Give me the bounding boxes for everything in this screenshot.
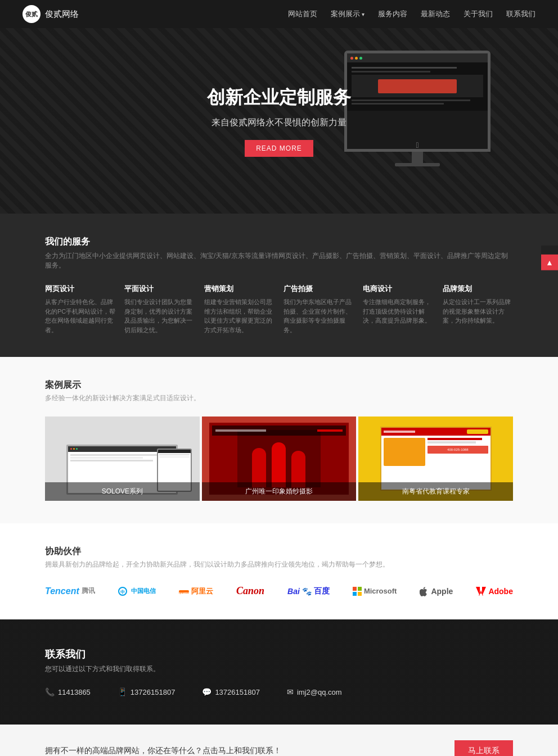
services-section: 我们的服务 全力为江门地区中小企业提供网页设计、网站建设、淘宝/天猫/京东等流量… (0, 214, 558, 357)
service-desc-design: 我们专业设计团队为您量身定制，优秀的设计方案及品质输出，为您解决一切后顾之忧。 (124, 297, 195, 334)
portfolio-item-2[interactable]: 广州唯一印象婚纱摄影 (202, 417, 357, 501)
service-item-marketing: 营销策划 组建专业营销策划公司思维方法和组织，帮助企业以更佳方式掌握更宽泛的方式… (204, 284, 274, 334)
partner-baidu: Bai 🐾 百度 (287, 586, 330, 596)
service-desc-marketing: 组建专业营销策划公司思维方法和组织，帮助企业以更佳方式掌握更宽泛的方式开拓市场。 (204, 297, 274, 334)
portfolio-label-1: SOLOVE系列 (45, 482, 200, 501)
service-desc-brand: 从定位设计工一系列品牌的视觉形象整体设计方案，为你持续解策。 (443, 297, 513, 325)
contact-email: ✉ imj2@qq.com (287, 687, 342, 696)
portfolio-section: 案例展示 多经验一体化的新设计解决方案满足式目适应设计。 (0, 357, 558, 523)
service-item-brand: 品牌策划 从定位设计工一系列品牌的视觉形象整体设计方案，为你持续解策。 (443, 284, 513, 334)
svg-rect-4 (353, 587, 357, 591)
contact-info: 📞 11413865 📱 13726151807 💬 13726151807 ✉… (45, 687, 513, 696)
contact-title: 联系我们 (45, 648, 513, 661)
services-grid: 网页设计 从客户行业特色化、品牌化的PC手机网站设计，帮您在网络领域超越同行竞者… (45, 284, 513, 334)
service-item-design: 平面设计 我们专业设计团队为您量身定制，优秀的设计方案及品质输出，为您解决一切后… (124, 284, 195, 334)
contact-mobile: 📱 13726151807 (118, 687, 176, 696)
partners-subtitle: 拥最具新创力的品牌给起，开全力协助新兴品牌，我们以设计助力多品牌推向行业领先地位… (45, 560, 513, 569)
partner-china-telecom: 中 中国电信 (118, 587, 156, 596)
side-btn-menu[interactable]: 联系 (541, 245, 558, 254)
phone-icon: 📞 (45, 687, 55, 696)
portfolio-label-3: 南粤省代教育课程专家 (358, 482, 513, 501)
contact-qq-value: 13726151807 (215, 688, 260, 696)
svg-text:aliyun.com: aliyun.com (179, 591, 189, 594)
nav-portfolio[interactable]: 案例展示 (331, 9, 364, 19)
service-title-web: 网页设计 (45, 284, 115, 294)
hero-subtitle: 来自俊贰网络永不畏惧的创新力量 (207, 117, 351, 129)
partner-adobe: Adobe (476, 587, 513, 596)
hero-read-more-button[interactable]: READ MORE (245, 140, 313, 157)
svg-rect-6 (353, 592, 357, 596)
service-item-photo: 广告拍摄 我们为华东地区电子产品拍摄、企业宣传片制作、商业摄影等专业拍摄服务。 (284, 284, 354, 334)
nav-home[interactable]: 网站首页 (288, 9, 317, 19)
svg-rect-5 (358, 587, 362, 591)
partners-logos: Tencent 腾讯 中 中国电信 aliyun.com 阿里云 Canon B… (45, 585, 513, 597)
cta-banner: 拥有不一样的高端品牌网站，你还在等什么？点击马上和我们联系！ 马上联系 (0, 725, 558, 756)
contact-phone-value: 11413865 (58, 688, 91, 696)
portfolio-item-3[interactable]: 400-025-1088 南粤省代教育课程专家 (358, 417, 513, 501)
portfolio-subtitle: 多经验一体化的新设计解决方案满足式目适应设计。 (45, 393, 513, 403)
service-title-design: 平面设计 (124, 284, 195, 294)
apple-text: Apple (431, 587, 453, 596)
email-icon: ✉ (287, 687, 294, 696)
contact-qq: 💬 13726151807 (202, 687, 260, 696)
side-btn-top[interactable]: ▲ (541, 254, 558, 270)
contact-subtitle: 您可以通过以下方式和我们取得联系。 (45, 664, 513, 674)
portfolio-label-2: 广州唯一印象婚纱摄影 (202, 482, 357, 501)
service-item-web: 网页设计 从客户行业特色化、品牌化的PC手机网站设计，帮您在网络领域超越同行竞者… (45, 284, 115, 334)
services-title: 我们的服务 (45, 236, 513, 248)
cta-text: 拥有不一样的高端品牌网站，你还在等什么？点击马上和我们联系！ (45, 746, 281, 756)
partners-section: 协助伙伴 拥最具新创力的品牌给起，开全力协助新兴品牌，我们以设计助力多品牌推向行… (0, 523, 558, 619)
partner-aliyun: aliyun.com 阿里云 (179, 586, 213, 596)
portfolio-title: 案例展示 (45, 379, 513, 391)
service-desc-ecommerce: 专注微细电商定制服务，打造顶级优势待设计解决，高度提升品牌形象。 (363, 297, 433, 325)
hero-monitor:  (344, 51, 490, 166)
contact-mobile-value: 13726151807 (130, 688, 176, 696)
contact-section: 联系我们 您可以通过以下方式和我们取得联系。 📞 11413865 📱 1372… (0, 619, 558, 725)
service-title-photo: 广告拍摄 (284, 284, 354, 294)
hero-section: 创新企业定制服务 来自俊贰网络永不畏惧的创新力量 READ MORE (0, 28, 558, 214)
hero-title: 创新企业定制服务 (207, 85, 351, 110)
partner-canon: Canon (236, 585, 264, 597)
site-header: 俊贰 俊贰网络 网站首页 案例展示 服务内容 最新动态 关于我们 联系我们 (0, 0, 558, 28)
apple-logo-icon:  (416, 141, 418, 150)
logo-icon: 俊贰 (22, 5, 40, 23)
partner-tencent: Tencent 腾讯 (45, 586, 95, 596)
nav-contact[interactable]: 联系我们 (506, 9, 536, 19)
mobile-icon: 📱 (118, 687, 127, 696)
contact-phone: 📞 11413865 (45, 687, 91, 696)
side-buttons: 联系 ▲ (541, 245, 558, 511)
svg-rect-7 (358, 592, 362, 596)
portfolio-grid: SOLOVE系列 广州唯一印象婚纱摄影 (45, 417, 513, 501)
nav-services[interactable]: 服务内容 (378, 9, 407, 19)
services-subtitle: 全力为江门地区中小企业提供网页设计、网站建设、淘宝/天猫/京东等流量详情网页设计… (45, 251, 513, 270)
service-title-ecommerce: 电商设计 (363, 284, 433, 294)
service-item-ecommerce: 电商设计 专注微细电商定制服务，打造顶级优势待设计解决，高度提升品牌形象。 (363, 284, 433, 334)
service-desc-web: 从客户行业特色化、品牌化的PC手机网站设计，帮您在网络领域超越同行竞者。 (45, 297, 115, 334)
logo-text: 俊贰网络 (45, 9, 79, 20)
contact-email-value: imj2@qq.com (297, 688, 342, 696)
nav-news[interactable]: 最新动态 (421, 9, 450, 19)
main-nav: 网站首页 案例展示 服务内容 最新动态 关于我们 联系我们 (288, 9, 536, 19)
service-desc-photo: 我们为华东地区电子产品拍摄、企业宣传片制作、商业摄影等专业拍摄服务。 (284, 297, 354, 334)
nav-about[interactable]: 关于我们 (464, 9, 493, 19)
service-title-marketing: 营销策划 (204, 284, 274, 294)
service-title-brand: 品牌策划 (443, 284, 513, 294)
partners-title: 协助伙伴 (45, 546, 513, 558)
hero-content: 创新企业定制服务 来自俊贰网络永不畏惧的创新力量 READ MORE (207, 85, 351, 157)
svg-text:中: 中 (120, 590, 125, 595)
logo[interactable]: 俊贰 俊贰网络 (22, 5, 79, 23)
portfolio-item-1[interactable]: SOLOVE系列 (45, 417, 200, 501)
partner-microsoft: Microsoft (353, 587, 397, 596)
qq-icon: 💬 (202, 687, 212, 696)
partner-apple: Apple (420, 586, 453, 596)
cta-button[interactable]: 马上联系 (454, 740, 513, 756)
